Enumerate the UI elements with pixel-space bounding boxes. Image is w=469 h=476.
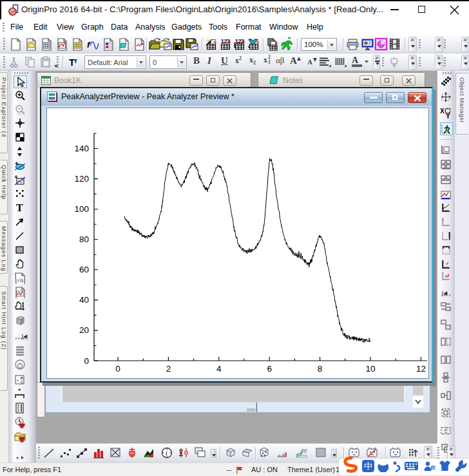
svg-text:60: 60 (79, 265, 89, 274)
svg-text:12: 12 (416, 364, 426, 374)
svg-text:8: 8 (318, 364, 323, 374)
svg-text:2: 2 (166, 364, 171, 374)
svg-text:i: i (166, 450, 168, 457)
svg-text:10: 10 (365, 364, 375, 374)
svg-text:T: T (69, 57, 75, 68)
svg-text:X: X (440, 108, 445, 115)
svg-text:4: 4 (216, 364, 222, 374)
svg-text:√a: √a (17, 277, 23, 283)
svg-text:r: r (75, 57, 77, 64)
svg-text:140: 140 (74, 144, 89, 153)
svg-text:123: 123 (235, 38, 244, 44)
svg-text:13: 13 (432, 466, 436, 470)
svg-text:0: 0 (115, 364, 120, 374)
svg-text:40: 40 (79, 295, 89, 305)
svg-text:100: 100 (74, 204, 89, 214)
svg-text:-C: -C (19, 380, 24, 384)
svg-text:T: T (16, 202, 23, 213)
svg-text:123: 123 (221, 38, 230, 44)
svg-text:*: * (18, 388, 21, 395)
svg-text:120: 120 (74, 174, 89, 184)
svg-text:6: 6 (267, 364, 272, 374)
svg-text:20: 20 (79, 325, 89, 335)
svg-text:-B: -B (19, 376, 23, 380)
svg-text:80: 80 (79, 234, 89, 244)
svg-text:0: 0 (84, 356, 89, 366)
